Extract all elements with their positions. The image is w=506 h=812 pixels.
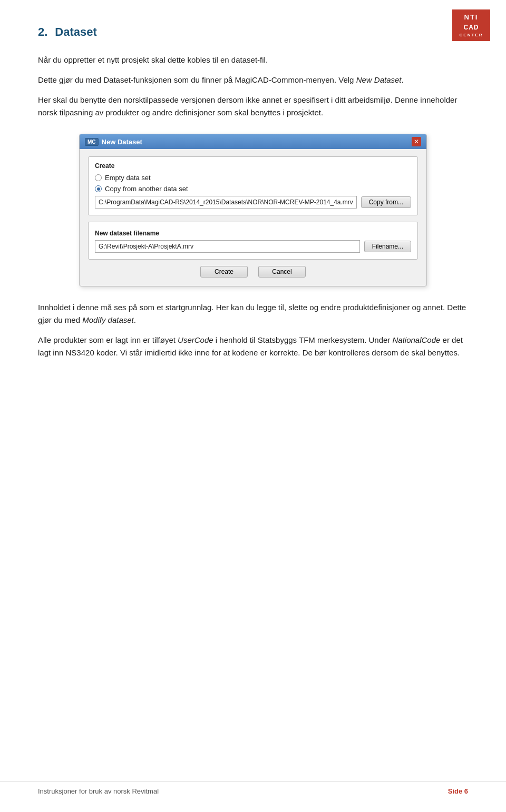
logo-box: NTI CAD CENTER (452, 9, 490, 41)
paragraph-5: Alle produkter som er lagt inn er tilføy… (38, 334, 468, 359)
new-dataset-label: New dataset filename (95, 230, 411, 237)
paragraph-5-text: Alle produkter som er lagt inn er tilføy… (38, 335, 178, 344)
new-dataset-group: New dataset filename Filename... (88, 222, 418, 260)
paragraph-2: Dette gjør du med Dataset-funksjonen som… (38, 74, 468, 86)
copy-from-button[interactable]: Copy from... (361, 196, 411, 208)
page: NTI CAD CENTER 2. Dataset Når du opprett… (0, 0, 506, 812)
create-button[interactable]: Create (200, 266, 248, 278)
paragraph-2-text: Dette gjør du med Dataset-funksjonen som… (38, 75, 356, 84)
logo-center: CENTER (460, 32, 483, 38)
paragraph-5-italic2: NationalCode (393, 335, 441, 344)
radio-copy-label: Copy from another data set (105, 185, 188, 193)
radio-empty-label: Empty data set (105, 174, 151, 182)
paragraph-5-mid: i henhold til Statsbyggs TFM merkesystem… (213, 335, 393, 344)
logo-cad: CAD (464, 23, 479, 32)
dialog-body: Create Empty data set Copy from another … (80, 149, 426, 286)
paragraph-2-end: . (402, 75, 404, 84)
cancel-button[interactable]: Cancel (258, 266, 306, 278)
radio-empty-circle (95, 174, 102, 181)
paragraph-4-italic: Modify dataset (82, 315, 134, 324)
source-input-row: Copy from... (95, 196, 411, 209)
footer-right: Side 6 (448, 787, 468, 795)
logo-nti: NTI (464, 12, 479, 23)
paragraph-4: Innholdet i denne må ses på som et start… (38, 301, 468, 326)
footer-page-prefix: Side (448, 787, 464, 795)
dialog-close-button[interactable]: ✕ (412, 137, 421, 146)
mc-badge: MC (85, 138, 99, 146)
paragraph-3: Her skal du benytte den norsktilpassede … (38, 94, 468, 119)
radio-copy-circle (95, 185, 102, 192)
paragraph-1: Når du oppretter et nytt prosjekt skal d… (38, 54, 468, 66)
dest-path-input[interactable] (95, 240, 360, 253)
footer-page-number: 6 (464, 787, 468, 795)
radio-copy-row[interactable]: Copy from another data set (95, 185, 411, 193)
paragraph-5-italic: UserCode (178, 335, 213, 344)
dialog-title: New Dataset (102, 138, 142, 146)
dialog-titlebar: MC New Dataset ✕ (80, 134, 426, 149)
section-number: 2. (38, 25, 47, 39)
dialog-wrapper: MC New Dataset ✕ Create Empty data set (38, 134, 468, 286)
source-path-input[interactable] (95, 196, 357, 209)
paragraph-2-italic: New Dataset (356, 75, 402, 84)
page-footer: Instruksjoner for bruk av norsk Revitmal… (0, 781, 506, 795)
dialog-footer: Create Cancel (88, 266, 418, 278)
logo: NTI CAD CENTER (452, 9, 490, 41)
footer-left: Instruksjoner for bruk av norsk Revitmal (38, 787, 159, 795)
create-group-label: Create (95, 162, 411, 170)
section-title: Dataset (55, 25, 96, 39)
create-group: Create Empty data set Copy from another … (88, 156, 418, 215)
filename-button[interactable]: Filename... (364, 241, 411, 252)
radio-empty-row[interactable]: Empty data set (95, 174, 411, 182)
new-dataset-dialog: MC New Dataset ✕ Create Empty data set (79, 134, 427, 286)
section-heading: 2. Dataset (38, 25, 468, 39)
dest-input-row: Filename... (95, 240, 411, 253)
paragraph-4-end: . (134, 315, 136, 324)
